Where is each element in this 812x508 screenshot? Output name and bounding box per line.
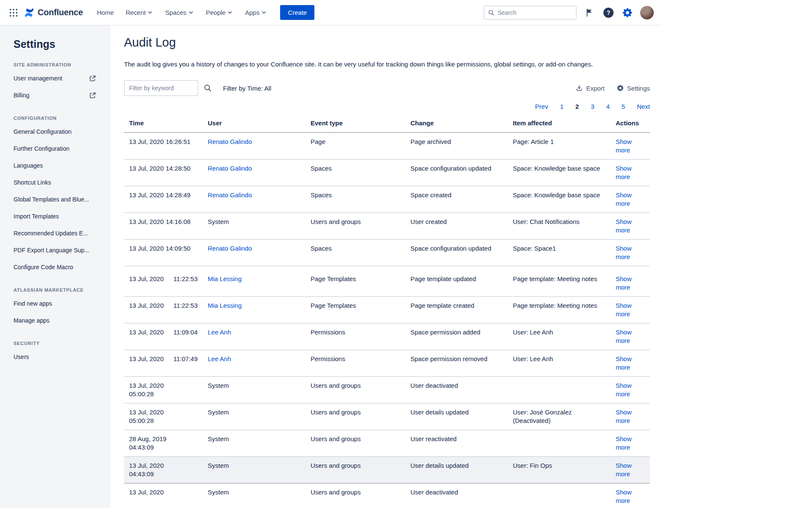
event-date: 13 Jul, 2020	[129, 355, 164, 362]
change-description: Page archived	[410, 138, 451, 145]
gear-icon	[622, 7, 633, 18]
show-more-link[interactable]: Show more	[616, 409, 632, 424]
change-description: Space configuration updated	[410, 245, 491, 252]
show-more-link[interactable]: Show more	[616, 489, 632, 504]
event-type: Page Templates	[311, 275, 356, 282]
event-time: 11:07:49	[173, 355, 198, 362]
audit-log-content: Audit Log The audit log gives you a hist…	[124, 36, 650, 508]
gear-icon	[617, 84, 624, 92]
sidebar-item-find-new-apps[interactable]: Find new apps	[14, 295, 102, 312]
avatar[interactable]	[640, 6, 654, 19]
sidebar-item-global-templates-and-blue[interactable]: Global Templates and Blue...	[14, 191, 102, 208]
sidebar-item-languages[interactable]: Languages	[14, 157, 102, 174]
event-type: Users and groups	[311, 489, 361, 496]
event-type: Users and groups	[311, 435, 361, 442]
change-description: User reactivated	[410, 435, 457, 442]
sidebar-item-general-configuration[interactable]: General Configuration	[14, 123, 102, 140]
pagination-page-4[interactable]: 4	[606, 103, 609, 110]
sidebar-item-import-templates[interactable]: Import Templates	[14, 208, 102, 225]
event-date: 13 Jul, 2020	[129, 165, 164, 172]
sidebar-item-billing[interactable]: Billing	[14, 87, 102, 104]
pagination-page-1[interactable]: 1	[560, 103, 563, 110]
show-more-link[interactable]: Show more	[616, 218, 632, 234]
user-link[interactable]: Mia Lessing	[208, 302, 242, 309]
sidebar-item-label: Users	[14, 353, 29, 360]
event-type: Spaces	[311, 165, 332, 172]
table-row: 13 Jul, 202014:28:49Renato GalindoSpaces…	[124, 186, 650, 213]
show-more-link[interactable]: Show more	[616, 462, 632, 478]
show-more-link[interactable]: Show more	[616, 302, 632, 318]
user-link[interactable]: Mia Lessing	[208, 275, 242, 282]
show-more-link[interactable]: Show more	[616, 191, 632, 207]
pagination-prev[interactable]: Prev	[535, 103, 548, 110]
user-name: System	[208, 435, 229, 442]
user-link[interactable]: Renato Galindo	[208, 191, 252, 199]
show-more-link[interactable]: Show more	[616, 245, 632, 260]
global-search[interactable]	[484, 6, 577, 20]
event-date: 13 Jul, 2020	[129, 138, 164, 145]
audit-log-table: TimeUserEvent typeChangeItem affectedAct…	[124, 116, 650, 508]
sidebar-item-shortcut-links[interactable]: Shortcut Links	[14, 174, 102, 191]
time-filter-dropdown[interactable]: Filter by Time: All	[223, 85, 271, 92]
app-switcher-icon[interactable]	[7, 6, 20, 19]
nav-item-home[interactable]: Home	[92, 6, 118, 19]
export-button[interactable]: Export	[575, 84, 604, 92]
show-more-link[interactable]: Show more	[616, 435, 632, 451]
audit-settings-button[interactable]: Settings	[617, 84, 650, 92]
event-date: 13 Jul, 2020	[129, 245, 164, 252]
nav-item-people[interactable]: People	[201, 6, 238, 19]
user-name: System	[208, 218, 229, 225]
sidebar-item-user-management[interactable]: User management	[14, 70, 102, 87]
item-affected: User: Chat Notifications	[513, 218, 580, 225]
sidebar-item-pdf-export-language-sup[interactable]: PDF Export Language Sup...	[14, 242, 102, 259]
show-more-link[interactable]: Show more	[616, 355, 632, 371]
nav-item-apps[interactable]: Apps	[240, 6, 272, 19]
pagination-next[interactable]: Next	[637, 103, 650, 110]
sidebar-section-heading-security: SECURITY	[14, 341, 102, 346]
event-time: 05:00:28	[129, 417, 199, 425]
sidebar-item-label: PDF Export Language Sup...	[14, 247, 89, 254]
event-type: Permissions	[311, 329, 345, 336]
sidebar-item-further-configuration[interactable]: Further Configuration	[14, 140, 102, 157]
pagination-page-current[interactable]: 2	[575, 103, 579, 110]
primary-nav: HomeRecentSpacesPeopleApps	[92, 6, 272, 19]
sidebar-item-configure-code-macro[interactable]: Configure Code Macro	[14, 259, 102, 276]
nav-item-spaces[interactable]: Spaces	[160, 6, 198, 19]
user-link[interactable]: Renato Galindo	[208, 138, 252, 145]
table-row: 13 Jul, 202011:07:49Lee AnhPermissionsSp…	[124, 350, 650, 376]
help-icon[interactable]: ?	[602, 6, 615, 19]
create-button[interactable]: Create	[280, 5, 314, 20]
sidebar-section-heading-configuration: CONFIGURATION	[14, 116, 102, 121]
filter-search-icon[interactable]	[204, 84, 212, 92]
search-input[interactable]	[498, 9, 573, 16]
announcement-flag-icon[interactable]	[583, 6, 596, 19]
confluence-home-link[interactable]: Confluence	[24, 7, 83, 18]
sidebar-item-label: Global Templates and Blue...	[14, 196, 89, 203]
change-description: Space permission added	[410, 329, 480, 336]
table-row: 13 Jul, 202014:16:08SystemUsers and grou…	[124, 213, 650, 240]
sidebar-section-heading-atlassian-marketplace: ATLASSIAN MARKETPLACE	[14, 287, 102, 293]
pagination: Prev12345Next	[124, 103, 650, 110]
show-more-link[interactable]: Show more	[616, 138, 632, 154]
user-link[interactable]: Renato Galindo	[208, 165, 252, 172]
show-more-link[interactable]: Show more	[616, 165, 632, 180]
toolbar-right: Export Settings	[575, 84, 650, 92]
show-more-link[interactable]: Show more	[616, 275, 632, 291]
sidebar-item-users[interactable]: Users	[14, 348, 102, 365]
pagination-page-3[interactable]: 3	[591, 103, 594, 110]
sidebar-item-recommended-updates-e[interactable]: Recommended Updates E...	[14, 225, 102, 242]
nav-item-recent[interactable]: Recent	[121, 6, 158, 19]
sidebar-title: Settings	[14, 38, 102, 50]
filter-keyword-input[interactable]	[124, 80, 198, 96]
show-more-link[interactable]: Show more	[616, 382, 632, 398]
change-description: Space configuration updated	[410, 165, 491, 172]
user-link[interactable]: Lee Anh	[208, 355, 231, 362]
user-link[interactable]: Renato Galindo	[208, 245, 252, 252]
gear-icon	[617, 84, 624, 92]
item-affected: Space: Space1	[513, 245, 556, 252]
user-link[interactable]: Lee Anh	[208, 329, 231, 336]
pagination-page-5[interactable]: 5	[622, 103, 625, 110]
settings-gear-icon[interactable]	[621, 6, 634, 19]
sidebar-item-manage-apps[interactable]: Manage apps	[14, 312, 102, 329]
show-more-link[interactable]: Show more	[616, 329, 632, 344]
